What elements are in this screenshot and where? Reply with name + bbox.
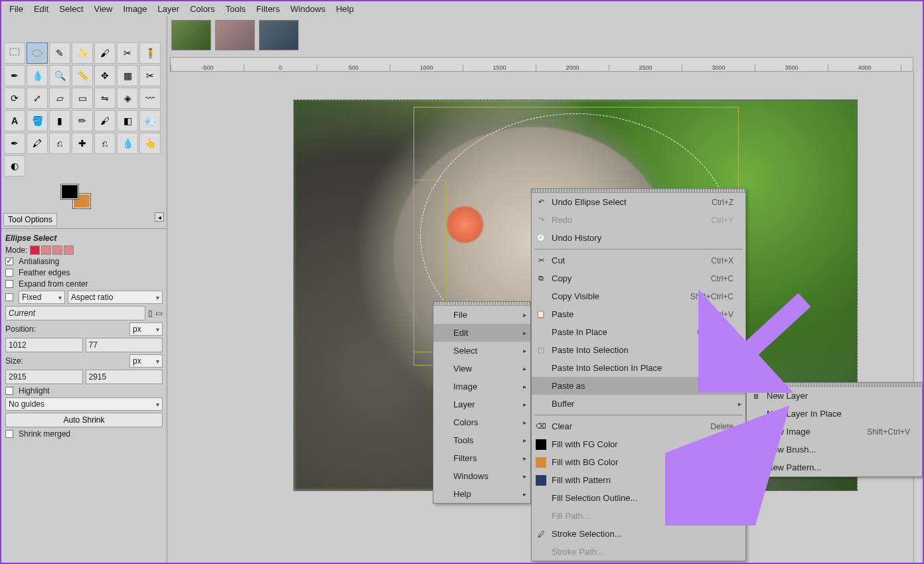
tool-free-select[interactable]: ✎ [49,42,70,64]
tool-warp[interactable]: 〰 [139,88,161,109]
tool-crop[interactable]: ✂ [139,65,161,86]
menu-filters[interactable]: Filters [251,3,285,15]
menu-colors[interactable]: Colors [185,3,220,15]
tool-rect-select[interactable] [4,42,25,64]
menubar[interactable]: File Edit Select View Image Layer Colors… [1,1,923,16]
edit-stroke-selection[interactable]: 🖊Stroke Selection... [532,525,745,543]
landscape-icon[interactable]: ▭ [155,309,163,318]
current-field[interactable]: Current [5,306,145,320]
tool-pencil[interactable]: ✏ [72,110,93,131]
tool-rotate[interactable]: ⟳ [4,88,25,109]
thumbnail-3[interactable] [259,20,299,50]
edit-copy-visible[interactable]: Copy VisibleShift+Ctrl+C [532,287,745,305]
tool-ink[interactable]: ✒ [4,133,25,154]
antialiasing-checkbox[interactable] [5,257,13,265]
menu-image[interactable]: Image [117,3,152,15]
tool-zoom[interactable]: 🔍 [49,65,70,86]
color-swatch[interactable] [61,184,90,208]
portrait-icon[interactable]: ▯ [148,309,153,318]
edit-paste[interactable]: 📋PasteCtrl+V [532,305,745,323]
menu-tools[interactable]: Tools [220,3,251,15]
tool-mypaint[interactable]: 🖍 [27,133,48,154]
vertical-scrollbar[interactable] [913,72,923,563]
tool-cage[interactable]: ◈ [117,88,138,109]
highlight-checkbox[interactable] [5,387,13,395]
size-unit-select[interactable]: px [129,354,163,368]
ctx-view[interactable]: View▸ [433,360,530,378]
edit-paste-into-selection-in-place[interactable]: Paste Into Selection In Place [532,359,745,377]
shrink-merged-checkbox[interactable] [5,430,13,438]
pasteas-new-brush[interactable]: 🖌New Brush... [747,441,922,458]
fixed-label-select[interactable]: Fixed [19,291,65,304]
edit-stroke-path[interactable]: Stroke Path... [532,543,745,561]
edit-fill-path[interactable]: Fill Path... [532,507,745,525]
pasteas-new-pattern[interactable]: ▦New Pattern... [747,458,922,476]
thumbnail-1[interactable] [171,20,211,50]
menu-edit[interactable]: Edit [29,3,54,15]
context-menu-edit[interactable]: ↶Undo Ellipse SelectCtrl+Z ↷RedoCtrl+Y 🕘… [531,188,746,561]
tool-smudge[interactable]: 👆 [139,133,161,154]
ctx-file[interactable]: File▸ [433,306,530,324]
pasteas-new-layer[interactable]: 🗎New Layer [747,387,922,405]
guides-select[interactable]: No guides [5,397,163,411]
tool-measure[interactable]: 📏 [72,65,93,86]
edit-fill-pattern[interactable]: Fill with Pattern [532,471,745,489]
tool-airbrush[interactable]: 💨 [139,110,161,131]
feather-checkbox[interactable] [5,269,13,277]
edit-paste-in-place[interactable]: Paste In PlaceCtrl+Alt+V [532,323,745,341]
ctx-colors[interactable]: Colors▸ [433,413,530,431]
ctx-select[interactable]: Select▸ [433,342,530,360]
tool-clone[interactable]: ⎌ [49,133,70,154]
size-h-input[interactable]: 2915 [86,370,163,384]
menu-view[interactable]: View [89,3,118,15]
ctx-help[interactable]: Help▸ [433,485,530,503]
edit-paste-as[interactable]: Paste as▸ [532,377,745,395]
auto-shrink-button[interactable]: Auto Shrink [5,413,163,427]
edit-undo[interactable]: ↶Undo Ellipse SelectCtrl+Z [532,193,745,211]
ctx-image[interactable]: Image▸ [433,378,530,395]
edit-fill-selection-outline[interactable]: Fill Selection Outline...Ctrl+; [532,489,745,507]
tool-align[interactable]: ▦ [117,65,138,86]
tool-scissors[interactable]: ✂ [117,42,138,64]
menu-help[interactable]: Help [331,3,359,15]
ctx-tools[interactable]: Tools▸ [433,431,530,449]
tool-gradient[interactable]: ▮ [49,110,70,131]
tool-perspective[interactable]: ▭ [72,88,93,109]
ctx-edit[interactable]: Edit▸ [433,324,530,342]
tool-dodge[interactable]: ◐ [4,155,25,176]
edit-fill-fg[interactable]: Fill with FG Color [532,435,745,453]
edit-buffer[interactable]: Buffer▸ [532,395,745,413]
ctx-windows[interactable]: Windows▸ [433,467,530,485]
menu-windows[interactable]: Windows [285,3,331,15]
expand-checkbox[interactable] [5,280,13,288]
tool-color-picker[interactable]: 💧 [27,65,48,86]
tool-foreground[interactable]: 🧍 [139,42,161,64]
menu-file[interactable]: File [4,3,29,15]
mode-icons[interactable] [30,246,74,255]
edit-paste-into-selection[interactable]: ⬚Paste Into Selection [532,341,745,359]
fixed-checkbox[interactable] [5,293,13,301]
fg-color[interactable] [61,184,78,199]
menu-select[interactable]: Select [54,3,88,15]
ctx-filters[interactable]: Filters▸ [433,449,530,467]
tool-paths[interactable]: ✒ [4,65,25,86]
pasteas-new-image[interactable]: 🖼New ImageShift+Ctrl+V [747,423,922,441]
tool-paintbrush[interactable]: 🖌 [94,110,116,131]
size-w-input[interactable]: 2915 [5,370,83,384]
ctx-layer[interactable]: Layer▸ [433,395,530,413]
edit-copy[interactable]: ⧉CopyCtrl+C [532,269,745,287]
position-x-input[interactable]: 1012 [5,338,83,352]
tool-move[interactable]: ✥ [94,65,116,86]
tool-text[interactable]: A [4,110,25,131]
menu-layer[interactable]: Layer [153,3,185,15]
tool-heal[interactable]: ✚ [72,133,93,154]
collapse-icon[interactable]: ◂ [155,212,164,222]
tool-blur[interactable]: 💧 [117,133,138,154]
tool-bucket[interactable]: 🪣 [27,110,48,131]
position-unit-select[interactable]: px [129,322,163,336]
tool-by-color[interactable]: 🖌 [94,42,116,64]
edit-fill-bg[interactable]: Fill with BG Color [532,453,745,471]
tool-fuzzy-select[interactable]: ✨ [72,42,93,64]
tool-scale[interactable]: ⤢ [27,88,48,109]
context-menu-paste-as[interactable]: 🗎New Layer New Layer In Place 🖼New Image… [746,382,923,477]
